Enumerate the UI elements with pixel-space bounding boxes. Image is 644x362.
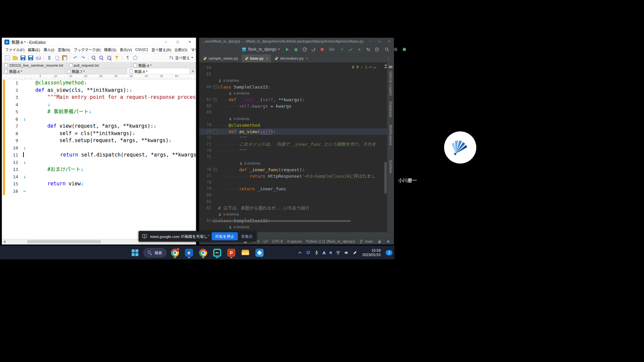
editor-line[interactable]: k-brahma: [199, 224, 387, 230]
horizontal-scrollbar[interactable]: [212, 220, 351, 222]
tab-sample_views.py[interactable]: sample_views.py: [200, 54, 241, 62]
save-icon[interactable]: [19, 54, 26, 61]
start-button[interactable]: [129, 247, 141, 258]
editor-line[interactable]: 3 """Main entry point for a request-resp…: [2, 94, 196, 101]
show-marks-icon[interactable]: [124, 54, 131, 61]
close-button[interactable]: ×: [184, 38, 196, 46]
tab-230115_live_seminar_resume.txt[interactable]: 230115_live_seminar_resume.txt: [2, 62, 67, 68]
editor-line[interactable]: k-brahma: [199, 90, 387, 97]
editor-line[interactable]: 75: [199, 154, 387, 160]
git-commit-icon[interactable]: [348, 46, 354, 52]
tab-decorators.py[interactable]: decorators.py×: [271, 54, 311, 62]
editor-line[interactable]: 4 ↓: [2, 101, 196, 109]
paste-icon[interactable]: [61, 54, 68, 61]
file-encoding[interactable]: UTF-8: [272, 239, 283, 243]
tab-close-icon[interactable]: ×: [266, 56, 268, 60]
editor-line[interactable]: 66−class SampleClass15:: [199, 84, 387, 90]
editor-line[interactable]: 5 # 事前準備パート↓: [2, 108, 196, 116]
tab-base.py[interactable]: base.py×: [241, 54, 272, 62]
file-explorer-icon[interactable]: [240, 247, 251, 258]
vertical-scrollbar[interactable]: [384, 162, 387, 194]
hide-bar-button[interactable]: 非表示: [240, 232, 254, 240]
menu-ファイル(F)[interactable]: ファイル(F): [3, 47, 26, 52]
photos-icon[interactable]: [254, 247, 265, 258]
editor-line[interactable]: k-brahma: [199, 211, 387, 218]
editor-line[interactable]: 12↓: [2, 159, 196, 166]
editor-line[interactable]: 65: [199, 71, 387, 77]
git-branch[interactable]: main: [359, 239, 373, 244]
editor-line[interactable]: 82# 以下は、本筋から逸れるが...いちおう紹介: [199, 205, 387, 211]
filter-icon[interactable]: [113, 54, 120, 61]
new-file-icon[interactable]: [4, 54, 11, 61]
editor-line[interactable]: k-brahma: [199, 116, 387, 122]
tray-expand-icon[interactable]: [298, 250, 302, 255]
fold-marker[interactable]: −: [212, 168, 218, 172]
next-problem-icon[interactable]: [373, 65, 377, 68]
editor-line[interactable]: 15 return view↓: [2, 180, 196, 188]
tab-無題-7 *[interactable]: 無題-7 *: [65, 68, 127, 74]
history-icon[interactable]: [374, 46, 380, 52]
editor-line[interactable]: 80: [199, 192, 387, 198]
editor-line[interactable]: 8 self = cls(**initkwargs)↓: [2, 130, 196, 137]
maximize-button[interactable]: □: [172, 38, 184, 46]
copy-icon[interactable]: [53, 54, 60, 61]
python-interpreter[interactable]: Python 3.11 (flask_to_django): [306, 239, 355, 243]
run-icon[interactable]: [284, 46, 290, 52]
powerpoint-icon[interactable]: [226, 247, 237, 258]
editor-line[interactable]: 76−········def _inner_func(request):: [199, 167, 387, 173]
stop-icon[interactable]: [319, 46, 325, 52]
close-button[interactable]: ×: [384, 39, 394, 43]
editor-line[interactable]: 68········self.kwargs = kwargs: [199, 103, 387, 109]
search-icon[interactable]: [384, 46, 390, 52]
undo-icon[interactable]: [72, 54, 79, 61]
github-copilot-icon[interactable]: [388, 64, 393, 69]
microphone-icon[interactable]: [314, 250, 319, 255]
scrollbar-thumb[interactable]: [27, 240, 101, 243]
menu-並べ替え(R)[interactable]: 並べ替え(R): [150, 47, 173, 52]
minimize-button[interactable]: −: [160, 38, 172, 46]
editor-line[interactable]: 71−····def as_view(self):: [199, 128, 387, 135]
pen-icon[interactable]: [353, 250, 357, 255]
editor-line[interactable]: 72········""": [199, 135, 387, 141]
tool-window-GitHub Copilot[interactable]: GitHub Copilot: [389, 71, 393, 96]
dropbox-icon[interactable]: [306, 250, 311, 255]
indent-size[interactable]: 4 spaces: [287, 239, 302, 243]
editor-line[interactable]: 13 #おまけパート↓: [2, 166, 196, 173]
editor-line[interactable]: 2 def as_view(cls, **initkwargs):↓: [2, 87, 196, 94]
readonly-lock-icon[interactable]: [377, 239, 382, 244]
print-icon[interactable]: [35, 54, 42, 61]
editor-line[interactable]: 7 def view(request, *args, **kwargs):↓: [2, 123, 196, 130]
scroll-left-button[interactable]: [2, 239, 7, 244]
notification-count-badge[interactable]: 2: [386, 250, 392, 255]
find-in-files-icon[interactable]: [106, 54, 113, 61]
run-config-selector[interactable]: flask_to_django: [241, 47, 280, 52]
tab-pull_request.txt[interactable]: pull_request.txt: [67, 62, 131, 68]
redo-icon[interactable]: [79, 54, 87, 61]
fold-marker[interactable]: −: [212, 98, 218, 102]
copilot-status-icon[interactable]: [386, 239, 390, 244]
cut-icon[interactable]: [46, 54, 53, 61]
editor-line[interactable]: 6↓: [2, 116, 196, 123]
rollback-icon[interactable]: [365, 46, 371, 52]
editor-line[interactable]: 73········このメソッドは、 内部で _inner_func という関数…: [199, 141, 387, 147]
fold-marker[interactable]: −: [212, 85, 218, 89]
editor-line[interactable]: 78: [199, 179, 387, 186]
editor-line[interactable]: 14↓: [2, 173, 196, 181]
taskbar-search[interactable]: 検索: [144, 248, 167, 257]
chrome-window-icon[interactable]: [198, 247, 209, 258]
editor-line[interactable]: 74········""": [199, 147, 387, 154]
menu-検索(S)[interactable]: 検索(S): [102, 47, 118, 52]
tray-status-dot[interactable]: [329, 251, 332, 254]
debug-icon[interactable]: [293, 46, 299, 52]
tab-無題-8 *[interactable]: 無題-8 *: [127, 68, 190, 74]
pycharm-icon[interactable]: [212, 247, 223, 258]
minimize-button[interactable]: −: [366, 39, 375, 43]
tab-無題-6 *[interactable]: 無題-6 *: [2, 68, 65, 74]
open-file-icon[interactable]: [12, 54, 19, 61]
git-push-icon[interactable]: [357, 46, 363, 52]
tab-close-icon[interactable]: ×: [306, 56, 308, 60]
menu-編集(E)[interactable]: 編集(E): [26, 47, 42, 52]
maximize-button[interactable]: □: [375, 39, 384, 43]
ime-indicator[interactable]: A: [323, 250, 326, 255]
editor-line[interactable]: 67−····def __init__(self, **kwargs):: [199, 97, 387, 103]
